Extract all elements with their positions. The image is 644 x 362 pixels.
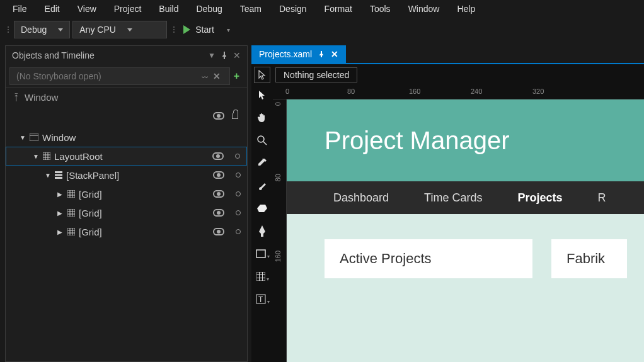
expander-icon[interactable]: ▼ (45, 172, 51, 179)
expander-icon[interactable]: ▶ (57, 229, 64, 235)
menu-build[interactable]: Build (150, 1, 187, 16)
svg-rect-20 (67, 228, 75, 235)
tree-item-stackpanel[interactable]: ▼ [StackPanel] (6, 166, 247, 184)
record-dot-icon[interactable] (236, 173, 241, 178)
panel-dropdown-icon[interactable]: ▼ (208, 51, 216, 60)
nav-projects[interactable]: Projects (517, 191, 562, 205)
pin-icon[interactable] (221, 52, 228, 59)
text-tool-icon[interactable]: T▾ (255, 292, 269, 306)
svg-rect-27 (256, 250, 265, 257)
tree-item-layoutroot[interactable]: ▼ LayoutRoot (6, 147, 247, 166)
chevron-down-icon (127, 28, 132, 31)
pan-tool-icon[interactable] (255, 111, 269, 125)
panel-header: Objects and Timeline ▼ ✕ (6, 46, 247, 65)
document-tab-projects[interactable]: Projects.xaml ✕ (251, 45, 346, 63)
start-button[interactable]: Start (180, 25, 224, 35)
tree-item-grid[interactable]: ▶ [Grid] (6, 203, 247, 222)
editor-area: Projects.xaml ✕ Nothing selected (251, 45, 644, 362)
menu-edit[interactable]: Edit (36, 1, 69, 16)
svg-line-26 (263, 142, 267, 145)
tree-label: [Grid] (79, 227, 102, 237)
layout-tool-icon[interactable]: ▾ (255, 269, 269, 283)
card-fabrikam[interactable]: Fabrik (551, 239, 627, 278)
visibility-icon[interactable] (213, 171, 224, 179)
nav-reports[interactable]: R (597, 191, 606, 205)
pin-icon[interactable] (318, 51, 325, 57)
record-dot-icon[interactable] (236, 229, 241, 234)
visibility-icon[interactable] (213, 190, 224, 198)
record-dot-icon[interactable] (235, 154, 240, 159)
pointer-tool-icon[interactable] (255, 88, 269, 102)
rectangle-tool-icon[interactable]: ▾ (255, 247, 269, 261)
svg-text:T: T (258, 295, 263, 304)
design-surface: ▾ ▾ T▾ 0 80 160 240 320 0 80 160 (251, 86, 644, 362)
visibility-icon[interactable] (213, 209, 224, 217)
brush-tool-icon[interactable] (255, 179, 269, 193)
card-active-projects[interactable]: Active Projects (325, 239, 532, 278)
svg-rect-9 (55, 177, 62, 179)
menu-view[interactable]: View (69, 1, 105, 16)
expander-icon[interactable]: ▼ (20, 134, 26, 141)
record-dot-icon[interactable] (236, 210, 241, 215)
menu-team[interactable]: Team (231, 1, 270, 16)
stackpanel-icon (55, 171, 62, 179)
design-canvas[interactable]: Project Manager Dashboard Time Cards Pro… (287, 99, 644, 362)
clear-icon[interactable]: ✕ (210, 71, 223, 81)
selection-bar: Nothing selected (251, 64, 644, 86)
visibility-icon[interactable] (212, 152, 224, 160)
menu-file[interactable]: File (4, 1, 36, 16)
cards-row: Active Projects Fabrik (287, 214, 644, 278)
menu-project[interactable]: Project (105, 1, 151, 16)
visibility-column-icon[interactable] (213, 112, 224, 120)
objects-timeline-panel: Objects and Timeline ▼ ✕ (No Storyboard … (5, 45, 248, 362)
scope-row[interactable]: ⭱ Window (6, 88, 247, 106)
close-icon[interactable]: ✕ (331, 49, 338, 59)
ruler-tick: 160 (274, 251, 282, 262)
menu-design[interactable]: Design (270, 1, 316, 16)
platform-value: Any CPU (79, 25, 116, 35)
svg-rect-8 (55, 174, 62, 176)
chevron-down-icon (58, 28, 63, 31)
platform-dropdown[interactable]: Any CPU (72, 21, 167, 38)
menu-help[interactable]: Help (448, 1, 484, 16)
tree-label: [StackPanel] (66, 170, 119, 181)
nav-timecards[interactable]: Time Cards (424, 191, 482, 205)
toolbar-overflow-icon[interactable]: ▾ (227, 26, 230, 33)
menu-format[interactable]: Format (316, 1, 361, 16)
app-title: Project Manager (325, 127, 509, 155)
nav-dashboard[interactable]: Dashboard (333, 191, 389, 205)
expander-icon[interactable]: ▶ (57, 191, 64, 198)
tab-label: Projects.xaml (259, 49, 312, 59)
tree-item-grid[interactable]: ▶ [Grid] (6, 184, 247, 203)
designer-toolbox: ▾ ▾ T▾ (251, 86, 273, 362)
tree-label: LayoutRoot (54, 151, 103, 162)
menu-debug[interactable]: Debug (188, 1, 231, 16)
pen-tool-icon[interactable] (255, 224, 269, 238)
eraser-tool-icon[interactable] (255, 201, 269, 215)
toolbar: Debug Any CPU Start ▾ (0, 18, 644, 42)
toolbar-grip-icon (4, 26, 11, 33)
expander-icon[interactable]: ▶ (57, 210, 64, 217)
menu-bar: File Edit View Project Build Debug Team … (0, 0, 644, 18)
menu-tools[interactable]: Tools (361, 1, 400, 16)
close-icon[interactable]: ✕ (233, 50, 241, 60)
canvas-wrap: 0 80 160 240 320 0 80 160 Project Manage… (273, 86, 644, 362)
storyboard-dropdown[interactable]: (No Storyboard open) ⌄⌄ ✕ (9, 67, 230, 85)
menu-window[interactable]: Window (400, 1, 449, 16)
zoom-tool-icon[interactable] (255, 133, 269, 147)
lock-column-icon[interactable] (232, 113, 238, 119)
tree-item-window[interactable]: ▼ Window (6, 128, 247, 147)
ruler-tick: 80 (274, 174, 282, 181)
selection-label: Nothing selected (275, 67, 357, 82)
config-dropdown[interactable]: Debug (14, 21, 70, 38)
tree-label: [Grid] (79, 189, 102, 200)
tree-item-grid[interactable]: ▶ [Grid] (6, 222, 247, 241)
expander-icon[interactable]: ▼ (33, 153, 39, 160)
selection-cursor-icon[interactable] (254, 67, 270, 83)
toolbar-grip-icon (170, 26, 177, 33)
add-storyboard-button[interactable]: + (234, 71, 239, 82)
visibility-icon[interactable] (213, 228, 224, 235)
eyedropper-tool-icon[interactable] (255, 156, 269, 170)
record-dot-icon[interactable] (236, 191, 241, 196)
storyboard-row: (No Storyboard open) ⌄⌄ ✕ + (6, 65, 247, 88)
